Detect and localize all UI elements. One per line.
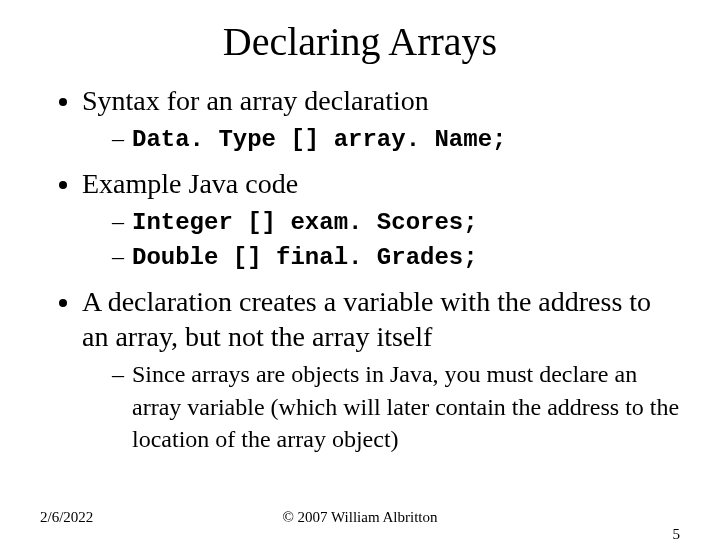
bullet-text: Example Java code <box>82 168 298 199</box>
slide-title: Declaring Arrays <box>40 18 680 65</box>
bullet-list: Syntax for an array declaration Data. Ty… <box>60 83 680 455</box>
footer-date: 2/6/2022 <box>40 509 93 526</box>
code-text: Integer [] exam. Scores; <box>132 209 478 236</box>
bullet-syntax: Syntax for an array declaration Data. Ty… <box>82 83 680 156</box>
bullet-example: Example Java code Integer [] exam. Score… <box>82 166 680 274</box>
bullet-declaration: A declaration creates a variable with th… <box>82 284 680 455</box>
bullet-text: Syntax for an array declaration <box>82 85 429 116</box>
code-text: Double [] final. Grades; <box>132 244 478 271</box>
footer-page-number: 5 <box>673 526 681 540</box>
footer: 2/6/2022 © 2007 William Albritton 5 <box>0 509 720 526</box>
sub-bullet: Integer [] exam. Scores; <box>112 205 680 239</box>
slide: Declaring Arrays Syntax for an array dec… <box>0 0 720 540</box>
sub-bullet: Data. Type [] array. Name; <box>112 122 680 156</box>
sub-bullet: Double [] final. Grades; <box>112 240 680 274</box>
sub-list: Data. Type [] array. Name; <box>112 122 680 156</box>
sub-bullet: Since arrays are objects in Java, you mu… <box>112 358 680 455</box>
code-text: Data. Type [] array. Name; <box>132 126 506 153</box>
sub-list: Integer [] exam. Scores; Double [] final… <box>112 205 680 274</box>
sub-text: Since arrays are objects in Java, you mu… <box>132 361 679 452</box>
sub-list: Since arrays are objects in Java, you mu… <box>112 358 680 455</box>
footer-copyright: © 2007 William Albritton <box>40 509 680 526</box>
bullet-text: A declaration creates a variable with th… <box>82 286 651 352</box>
